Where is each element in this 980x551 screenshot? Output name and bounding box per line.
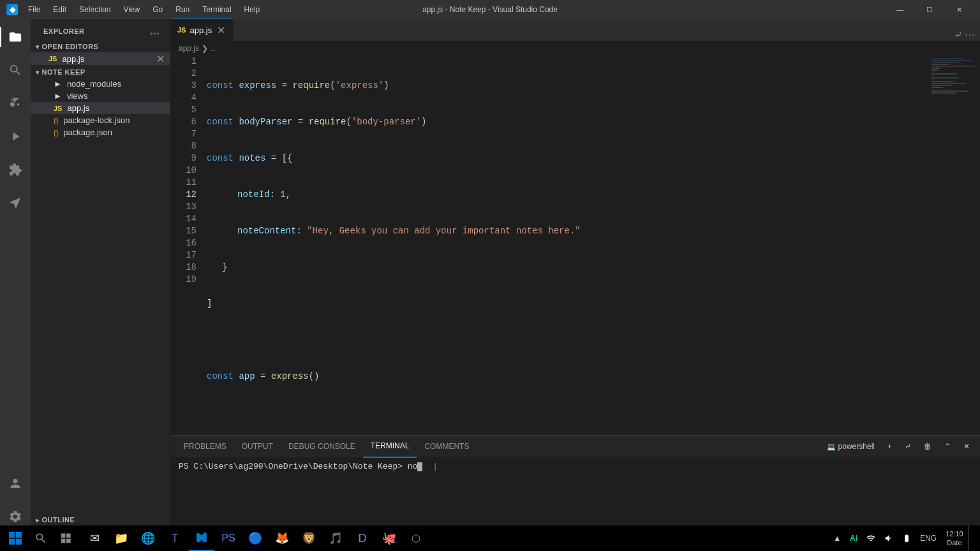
code-line-2: const bodyParser = require('body-parser'…: [202, 116, 929, 128]
open-editor-close[interactable]: ✕: [155, 54, 165, 64]
code-content[interactable]: const express = require('express') const…: [202, 55, 929, 435]
taskbar-mail[interactable]: ✉: [82, 525, 107, 551]
sidebar-item-node-modules[interactable]: ► node_modules: [31, 78, 170, 90]
activity-search[interactable]: [0, 55, 31, 85]
menu-view[interactable]: View: [118, 4, 145, 15]
more-actions-button[interactable]: ⋯: [965, 29, 975, 41]
taskbar-task-view[interactable]: [54, 525, 79, 551]
folder-icon: ►: [54, 91, 62, 101]
breadcrumb-file[interactable]: app.js: [179, 44, 199, 53]
activity-accounts[interactable]: [0, 468, 31, 499]
activity-run[interactable]: [0, 121, 31, 152]
active-line-number: 12: [176, 189, 197, 201]
breadcrumb-path[interactable]: ...: [211, 44, 217, 53]
taskbar-discord[interactable]: D: [350, 525, 375, 551]
sidebar-header: Explorer …: [31, 19, 170, 41]
panel-trash[interactable]: 🗑: [919, 441, 937, 452]
taskbar-datetime[interactable]: 12:10 Date: [942, 525, 967, 551]
taskbar-spotify[interactable]: 🎵: [323, 525, 348, 551]
taskbar-teams[interactable]: T: [162, 525, 188, 551]
taskbar-github[interactable]: 🐙: [376, 525, 402, 551]
tab-js-icon: JS: [177, 26, 186, 34]
json-icon: {}: [54, 117, 58, 124]
title-bar-menu: File Edit Selection View Go Run Terminal…: [23, 4, 265, 15]
taskbar-language[interactable]: ENG: [916, 525, 940, 551]
panel-powershell-label[interactable]: 💻 powershell: [822, 441, 880, 452]
menu-terminal[interactable]: Terminal: [197, 4, 236, 15]
window-title: app.js - Note Keep - Visual Studio Code: [422, 5, 558, 14]
menu-edit[interactable]: Edit: [48, 4, 71, 15]
menu-file[interactable]: File: [23, 4, 45, 15]
panel-tab-terminal[interactable]: TERMINAL: [363, 436, 417, 458]
sidebar-item-appjs[interactable]: JS app.js: [31, 102, 170, 114]
panel-maximize[interactable]: ⌃: [939, 441, 956, 452]
taskbar-chrome[interactable]: 🔵: [242, 525, 268, 551]
menu-selection[interactable]: Selection: [74, 4, 115, 15]
sidebar-item-label: package.json: [63, 128, 112, 137]
title-bar-left: ◆ File Edit Selection View Go Run Termin…: [6, 4, 265, 15]
sidebar-item-views[interactable]: ► views: [31, 90, 170, 102]
split-editor-button[interactable]: ⤶: [954, 29, 962, 41]
menu-go[interactable]: Go: [147, 4, 168, 15]
chevron-down-icon: ▾: [36, 43, 40, 50]
code-line-3: const notes = [{: [202, 152, 929, 165]
main-layout: Explorer … ▾ OPEN EDITORS JS app.js ✕ ▾ …: [0, 19, 980, 537]
maximize-button[interactable]: ☐: [915, 0, 944, 19]
code-area: 1 2 3 4 5 6 7 8 9 10 11 12 13 14 15 16 1: [171, 55, 980, 435]
taskbar-vscode-active[interactable]: [189, 525, 214, 551]
activity-extensions[interactable]: [0, 154, 31, 185]
panel-tab-comments[interactable]: COMMENTS: [417, 436, 477, 458]
taskbar-start-button[interactable]: [3, 525, 28, 551]
panel-tab-output[interactable]: OUTPUT: [234, 436, 281, 458]
tab-close-button[interactable]: ✕: [216, 25, 226, 35]
outline-header[interactable]: ▸ OUTLINE: [31, 514, 170, 525]
panel-tab-debug-console[interactable]: DEBUG CONSOLE: [281, 436, 363, 458]
note-keep-header[interactable]: ▾ NOTE KEEP: [31, 66, 170, 78]
panel-close[interactable]: ✕: [958, 441, 975, 452]
taskbar-search[interactable]: [28, 525, 54, 551]
tab-appjs[interactable]: JS app.js ✕: [171, 18, 233, 41]
code-editor[interactable]: 1 2 3 4 5 6 7 8 9 10 11 12 13 14 15 16 1: [171, 55, 929, 435]
json-icon: {}: [54, 129, 58, 136]
taskbar-edge[interactable]: 🌐: [135, 525, 161, 551]
activity-remote[interactable]: [0, 187, 31, 218]
title-bar: ◆ File Edit Selection View Go Run Termin…: [0, 0, 980, 19]
folder-icon: ►: [54, 79, 62, 89]
taskbar-tabnine-ai[interactable]: Ai: [846, 525, 861, 551]
close-button[interactable]: ✕: [944, 0, 974, 19]
panel-new-terminal[interactable]: +: [882, 441, 897, 452]
panel-tab-problems[interactable]: PROBLEMS: [176, 436, 234, 458]
open-editor-appjs[interactable]: JS app.js ✕: [31, 52, 170, 65]
line-numbers: 1 2 3 4 5 6 7 8 9 10 11 12 13 14 15 16 1: [171, 55, 202, 435]
taskbar-system-tray: ▲ Ai ENG 12:10 Date: [829, 525, 977, 551]
taskbar-volume[interactable]: [880, 525, 897, 551]
js-file-icon: JS: [48, 55, 57, 62]
taskbar-show-hidden[interactable]: ▲: [829, 525, 845, 551]
taskbar-wifi[interactable]: [863, 525, 879, 551]
terminal-cursor-pos: |: [433, 462, 438, 471]
tabs-bar: JS app.js ✕ ⤶ ⋯: [171, 19, 980, 41]
sidebar-item-package-json[interactable]: {} package.json: [31, 126, 170, 138]
taskbar-battery[interactable]: [898, 525, 915, 551]
code-line-10: [202, 407, 929, 419]
taskbar-explorer[interactable]: 📁: [108, 525, 134, 551]
code-line-4: noteId: 1,: [202, 189, 929, 201]
panel-split[interactable]: ⤶: [900, 441, 916, 452]
activity-explorer[interactable]: [0, 22, 31, 52]
taskbar-firefox[interactable]: 🦊: [269, 525, 295, 551]
sidebar-more-button[interactable]: …: [147, 24, 163, 38]
taskbar-ps[interactable]: PS: [216, 525, 241, 551]
open-editors-header[interactable]: ▾ OPEN EDITORS: [31, 41, 170, 52]
code-line-7: ]: [202, 298, 929, 310]
menu-help[interactable]: Help: [239, 4, 265, 15]
activity-source-control[interactable]: [0, 88, 31, 119]
taskbar-node[interactable]: ⬡: [403, 525, 429, 551]
sidebar-item-package-lock[interactable]: {} package-lock.json: [31, 114, 170, 126]
sidebar: Explorer … ▾ OPEN EDITORS JS app.js ✕ ▾ …: [31, 19, 171, 537]
taskbar-brave[interactable]: 🦁: [296, 525, 322, 551]
minimap: [929, 55, 980, 435]
vscode-logo: ◆: [6, 4, 18, 15]
menu-run[interactable]: Run: [170, 4, 195, 15]
taskbar-show-desktop[interactable]: [969, 525, 977, 551]
minimize-button[interactable]: —: [886, 0, 915, 19]
